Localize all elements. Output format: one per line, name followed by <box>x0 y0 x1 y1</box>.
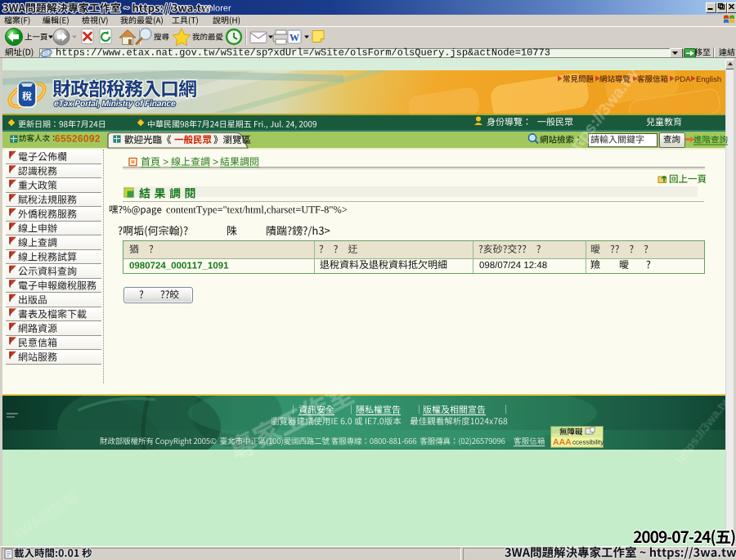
svg-text:W: W <box>289 32 299 43</box>
